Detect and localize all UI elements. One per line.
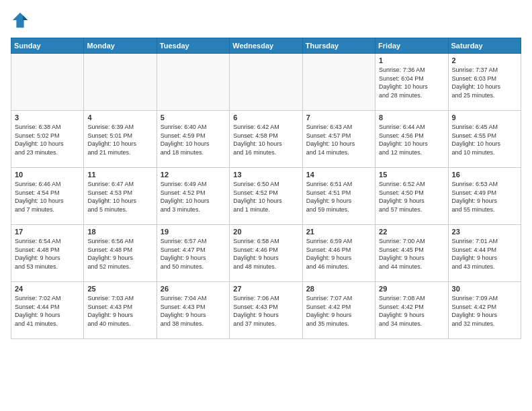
- day-cell: 10Sunrise: 6:46 AM Sunset: 4:54 PM Dayli…: [11, 168, 84, 225]
- day-number: 25: [87, 285, 152, 293]
- week-row-5: 24Sunrise: 7:02 AM Sunset: 4:44 PM Dayli…: [11, 282, 521, 339]
- day-cell: 2Sunrise: 7:37 AM Sunset: 6:03 PM Daylig…: [448, 54, 521, 111]
- day-info: Sunrise: 6:53 AM Sunset: 4:49 PM Dayligh…: [452, 180, 517, 214]
- day-cell: [302, 54, 375, 111]
- day-number: 26: [161, 285, 226, 293]
- day-number: 20: [233, 228, 298, 236]
- day-info: Sunrise: 6:43 AM Sunset: 4:57 PM Dayligh…: [306, 123, 371, 156]
- day-cell: 25Sunrise: 7:03 AM Sunset: 4:43 PM Dayli…: [84, 282, 157, 339]
- day-number: 8: [379, 113, 444, 122]
- day-cell: 8Sunrise: 6:44 AM Sunset: 4:56 PM Daylig…: [375, 111, 448, 168]
- week-row-2: 3Sunrise: 6:38 AM Sunset: 5:02 PM Daylig…: [11, 111, 521, 168]
- day-cell: 23Sunrise: 7:01 AM Sunset: 4:44 PM Dayli…: [448, 225, 521, 282]
- day-info: Sunrise: 6:39 AM Sunset: 5:01 PM Dayligh…: [87, 123, 152, 156]
- day-cell: 4Sunrise: 6:39 AM Sunset: 5:01 PM Daylig…: [84, 111, 157, 168]
- day-number: 10: [15, 171, 80, 179]
- day-cell: 20Sunrise: 6:58 AM Sunset: 4:46 PM Dayli…: [230, 225, 302, 282]
- day-cell: 28Sunrise: 7:07 AM Sunset: 4:42 PM Dayli…: [302, 282, 375, 339]
- day-cell: 7Sunrise: 6:43 AM Sunset: 4:57 PM Daylig…: [302, 111, 375, 168]
- day-number: 16: [452, 171, 517, 179]
- day-number: 7: [306, 113, 371, 122]
- day-cell: 22Sunrise: 7:00 AM Sunset: 4:45 PM Dayli…: [375, 225, 448, 282]
- day-cell: 19Sunrise: 6:57 AM Sunset: 4:47 PM Dayli…: [157, 225, 229, 282]
- day-cell: 24Sunrise: 7:02 AM Sunset: 4:44 PM Dayli…: [11, 282, 84, 339]
- day-info: Sunrise: 6:54 AM Sunset: 4:48 PM Dayligh…: [15, 237, 80, 271]
- day-info: Sunrise: 7:07 AM Sunset: 4:42 PM Dayligh…: [306, 294, 371, 328]
- day-info: Sunrise: 7:09 AM Sunset: 4:42 PM Dayligh…: [452, 294, 517, 328]
- day-cell: 3Sunrise: 6:38 AM Sunset: 5:02 PM Daylig…: [11, 111, 84, 168]
- week-row-3: 10Sunrise: 6:46 AM Sunset: 4:54 PM Dayli…: [11, 168, 521, 225]
- page: SundayMondayTuesdayWednesdayThursdayFrid…: [0, 0, 532, 350]
- week-row-4: 17Sunrise: 6:54 AM Sunset: 4:48 PM Dayli…: [11, 225, 521, 282]
- day-cell: 6Sunrise: 6:42 AM Sunset: 4:58 PM Daylig…: [230, 111, 302, 168]
- day-number: 1: [379, 56, 444, 64]
- day-info: Sunrise: 7:03 AM Sunset: 4:43 PM Dayligh…: [87, 294, 152, 328]
- day-number: 18: [87, 228, 152, 236]
- day-cell: 27Sunrise: 7:06 AM Sunset: 4:43 PM Dayli…: [230, 282, 302, 339]
- day-info: Sunrise: 6:49 AM Sunset: 4:52 PM Dayligh…: [161, 180, 226, 214]
- day-info: Sunrise: 6:51 AM Sunset: 4:51 PM Dayligh…: [306, 180, 371, 214]
- day-cell: 12Sunrise: 6:49 AM Sunset: 4:52 PM Dayli…: [157, 168, 229, 225]
- day-info: Sunrise: 7:00 AM Sunset: 4:45 PM Dayligh…: [379, 237, 444, 271]
- day-info: Sunrise: 6:44 AM Sunset: 4:56 PM Dayligh…: [379, 123, 444, 156]
- day-info: Sunrise: 7:36 AM Sunset: 6:04 PM Dayligh…: [379, 66, 444, 99]
- day-info: Sunrise: 6:56 AM Sunset: 4:48 PM Dayligh…: [87, 237, 152, 271]
- day-number: 27: [233, 285, 298, 293]
- day-cell: [157, 54, 229, 111]
- calendar-table: SundayMondayTuesdayWednesdayThursdayFrid…: [11, 38, 521, 339]
- day-info: Sunrise: 6:58 AM Sunset: 4:46 PM Dayligh…: [233, 237, 298, 271]
- day-cell: [11, 54, 84, 111]
- day-info: Sunrise: 7:37 AM Sunset: 6:03 PM Dayligh…: [452, 66, 517, 99]
- day-info: Sunrise: 6:59 AM Sunset: 4:46 PM Dayligh…: [306, 237, 371, 271]
- day-number: 3: [15, 113, 80, 122]
- day-cell: 18Sunrise: 6:56 AM Sunset: 4:48 PM Dayli…: [84, 225, 157, 282]
- day-cell: 29Sunrise: 7:08 AM Sunset: 4:42 PM Dayli…: [375, 282, 448, 339]
- weekday-header-sunday: Sunday: [11, 38, 84, 54]
- day-cell: [230, 54, 302, 111]
- day-info: Sunrise: 6:57 AM Sunset: 4:47 PM Dayligh…: [161, 237, 226, 271]
- header: [11, 11, 521, 30]
- day-number: 11: [87, 171, 152, 179]
- day-number: 12: [161, 171, 226, 179]
- day-info: Sunrise: 6:47 AM Sunset: 4:53 PM Dayligh…: [87, 180, 152, 214]
- day-number: 15: [379, 171, 444, 179]
- day-number: 30: [452, 285, 517, 293]
- day-cell: 5Sunrise: 6:40 AM Sunset: 4:59 PM Daylig…: [157, 111, 229, 168]
- weekday-header-friday: Friday: [375, 38, 448, 54]
- day-number: 22: [379, 228, 444, 236]
- day-number: 4: [87, 113, 152, 122]
- day-cell: 14Sunrise: 6:51 AM Sunset: 4:51 PM Dayli…: [302, 168, 375, 225]
- logo-icon: [11, 11, 30, 30]
- weekday-header-thursday: Thursday: [302, 38, 375, 54]
- day-number: 9: [452, 113, 517, 122]
- day-cell: 17Sunrise: 6:54 AM Sunset: 4:48 PM Dayli…: [11, 225, 84, 282]
- day-cell: 13Sunrise: 6:50 AM Sunset: 4:52 PM Dayli…: [230, 168, 302, 225]
- day-number: 5: [161, 113, 226, 122]
- weekday-header-wednesday: Wednesday: [230, 38, 302, 54]
- day-number: 21: [306, 228, 371, 236]
- day-number: 29: [379, 285, 444, 293]
- day-cell: 9Sunrise: 6:45 AM Sunset: 4:55 PM Daylig…: [448, 111, 521, 168]
- day-info: Sunrise: 6:40 AM Sunset: 4:59 PM Dayligh…: [161, 123, 226, 156]
- weekday-header-saturday: Saturday: [448, 38, 521, 54]
- day-info: Sunrise: 6:46 AM Sunset: 4:54 PM Dayligh…: [15, 180, 80, 214]
- day-info: Sunrise: 7:08 AM Sunset: 4:42 PM Dayligh…: [379, 294, 444, 328]
- day-info: Sunrise: 7:06 AM Sunset: 4:43 PM Dayligh…: [233, 294, 298, 328]
- day-cell: 1Sunrise: 7:36 AM Sunset: 6:04 PM Daylig…: [375, 54, 448, 111]
- logo: [11, 11, 32, 30]
- day-info: Sunrise: 6:45 AM Sunset: 4:55 PM Dayligh…: [452, 123, 517, 156]
- day-info: Sunrise: 7:02 AM Sunset: 4:44 PM Dayligh…: [15, 294, 80, 328]
- weekday-header-tuesday: Tuesday: [157, 38, 229, 54]
- day-info: Sunrise: 6:38 AM Sunset: 5:02 PM Dayligh…: [15, 123, 80, 156]
- day-number: 14: [306, 171, 371, 179]
- day-info: Sunrise: 6:52 AM Sunset: 4:50 PM Dayligh…: [379, 180, 444, 214]
- day-number: 6: [233, 113, 298, 122]
- day-info: Sunrise: 6:50 AM Sunset: 4:52 PM Dayligh…: [233, 180, 298, 214]
- day-cell: 21Sunrise: 6:59 AM Sunset: 4:46 PM Dayli…: [302, 225, 375, 282]
- day-number: 28: [306, 285, 371, 293]
- day-cell: 30Sunrise: 7:09 AM Sunset: 4:42 PM Dayli…: [448, 282, 521, 339]
- day-number: 19: [161, 228, 226, 236]
- weekday-header-monday: Monday: [84, 38, 157, 54]
- day-info: Sunrise: 7:01 AM Sunset: 4:44 PM Dayligh…: [452, 237, 517, 271]
- day-number: 23: [452, 228, 517, 236]
